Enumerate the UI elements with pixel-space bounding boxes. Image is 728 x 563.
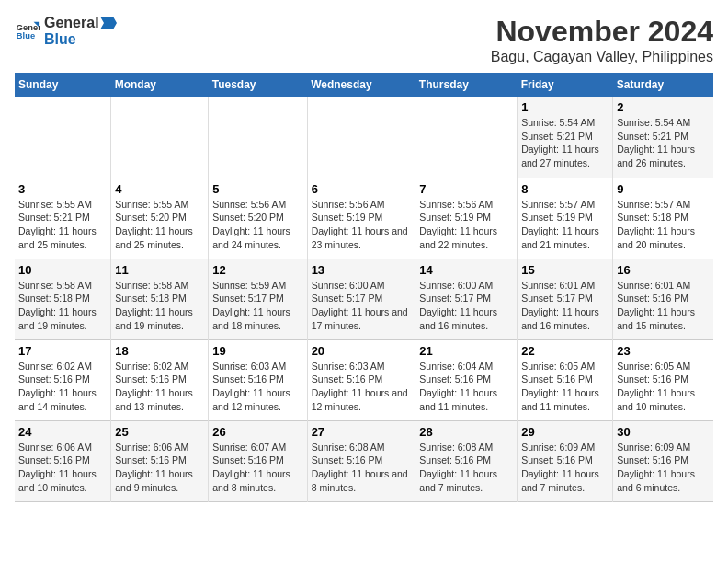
day-number: 16 [617,263,710,277]
svg-marker-3 [100,17,117,29]
table-row: 15Sunrise: 6:01 AMSunset: 5:17 PMDayligh… [518,259,613,339]
day-info: Sunrise: 5:56 AMSunset: 5:20 PMDaylight:… [212,198,302,252]
table-row: 14Sunrise: 6:00 AMSunset: 5:17 PMDayligh… [415,259,518,339]
day-number: 11 [115,263,204,277]
day-number: 9 [617,182,710,196]
table-row [15,97,111,178]
col-saturday: Saturday [613,73,713,97]
day-number: 17 [18,344,107,358]
day-info: Sunrise: 6:03 AMSunset: 5:16 PMDaylight:… [212,360,302,414]
day-number: 27 [312,425,412,439]
day-number: 24 [18,425,107,439]
day-number: 28 [419,425,513,439]
logo-icon: General Blue [15,18,40,44]
table-row: 2Sunrise: 5:54 AMSunset: 5:21 PMDaylight… [613,97,713,178]
day-info: Sunrise: 5:59 AMSunset: 5:17 PMDaylight:… [212,279,302,333]
table-row: 13Sunrise: 6:00 AMSunset: 5:17 PMDayligh… [307,259,415,339]
day-info: Sunrise: 5:55 AMSunset: 5:21 PMDaylight:… [18,198,107,252]
day-number: 5 [212,182,302,196]
calendar-week-row: 17Sunrise: 6:02 AMSunset: 5:16 PMDayligh… [15,339,713,420]
col-thursday: Thursday [415,73,518,97]
calendar-week-row: 24Sunrise: 6:06 AMSunset: 5:16 PMDayligh… [15,420,713,501]
day-number: 8 [521,182,609,196]
day-info: Sunrise: 5:54 AMSunset: 5:21 PMDaylight:… [617,116,710,170]
day-info: Sunrise: 6:02 AMSunset: 5:16 PMDaylight:… [115,360,204,414]
day-info: Sunrise: 5:56 AMSunset: 5:19 PMDaylight:… [312,198,412,252]
svg-text:Blue: Blue [17,31,35,40]
day-info: Sunrise: 6:07 AMSunset: 5:16 PMDaylight:… [212,441,302,495]
table-row: 26Sunrise: 6:07 AMSunset: 5:16 PMDayligh… [209,420,307,501]
table-row: 28Sunrise: 6:08 AMSunset: 5:16 PMDayligh… [415,420,518,501]
day-number: 23 [617,344,710,358]
day-number: 12 [212,263,302,277]
logo-blue-text: Blue [44,31,76,47]
calendar-header-row: Sunday Monday Tuesday Wednesday Thursday… [15,73,713,97]
day-info: Sunrise: 5:55 AMSunset: 5:20 PMDaylight:… [115,198,204,252]
day-number: 4 [115,182,204,196]
table-row: 24Sunrise: 6:06 AMSunset: 5:16 PMDayligh… [15,420,111,501]
day-number: 1 [521,100,609,114]
day-info: Sunrise: 6:09 AMSunset: 5:16 PMDaylight:… [521,441,609,495]
day-number: 14 [419,263,513,277]
logo-general-text: General [44,15,99,31]
day-number: 26 [212,425,302,439]
title-area: November 2024 Bagu, Cagayan Valley, Phil… [491,15,713,65]
day-info: Sunrise: 5:58 AMSunset: 5:18 PMDaylight:… [18,279,107,333]
day-info: Sunrise: 6:01 AMSunset: 5:16 PMDaylight:… [617,279,710,333]
day-number: 25 [115,425,204,439]
day-number: 7 [419,182,513,196]
table-row: 5Sunrise: 5:56 AMSunset: 5:20 PMDaylight… [209,178,307,259]
day-number: 10 [18,263,107,277]
table-row: 7Sunrise: 5:56 AMSunset: 5:19 PMDaylight… [415,178,518,259]
day-info: Sunrise: 6:01 AMSunset: 5:17 PMDaylight:… [521,279,609,333]
table-row: 10Sunrise: 5:58 AMSunset: 5:18 PMDayligh… [15,259,111,339]
day-info: Sunrise: 6:00 AMSunset: 5:17 PMDaylight:… [312,279,412,333]
day-info: Sunrise: 6:08 AMSunset: 5:16 PMDaylight:… [312,441,412,495]
table-row: 25Sunrise: 6:06 AMSunset: 5:16 PMDayligh… [111,420,209,501]
table-row: 17Sunrise: 6:02 AMSunset: 5:16 PMDayligh… [15,339,111,420]
day-info: Sunrise: 5:57 AMSunset: 5:19 PMDaylight:… [521,198,609,252]
table-row [415,97,518,178]
table-row: 3Sunrise: 5:55 AMSunset: 5:21 PMDaylight… [15,178,111,259]
calendar-week-row: 10Sunrise: 5:58 AMSunset: 5:18 PMDayligh… [15,259,713,339]
table-row: 11Sunrise: 5:58 AMSunset: 5:18 PMDayligh… [111,259,209,339]
day-info: Sunrise: 6:09 AMSunset: 5:16 PMDaylight:… [617,441,710,495]
table-row [307,97,415,178]
table-row [111,97,209,178]
day-info: Sunrise: 6:06 AMSunset: 5:16 PMDaylight:… [115,441,204,495]
day-number: 29 [521,425,609,439]
table-row: 9Sunrise: 5:57 AMSunset: 5:18 PMDaylight… [613,178,713,259]
table-row: 12Sunrise: 5:59 AMSunset: 5:17 PMDayligh… [209,259,307,339]
day-info: Sunrise: 6:06 AMSunset: 5:16 PMDaylight:… [18,441,107,495]
col-sunday: Sunday [15,73,111,97]
col-tuesday: Tuesday [209,73,307,97]
table-row: 4Sunrise: 5:55 AMSunset: 5:20 PMDaylight… [111,178,209,259]
day-number: 30 [617,425,710,439]
col-wednesday: Wednesday [307,73,415,97]
table-row: 8Sunrise: 5:57 AMSunset: 5:19 PMDaylight… [518,178,613,259]
day-number: 6 [312,182,412,196]
day-info: Sunrise: 6:08 AMSunset: 5:16 PMDaylight:… [419,441,513,495]
day-number: 15 [521,263,609,277]
day-number: 22 [521,344,609,358]
day-info: Sunrise: 6:04 AMSunset: 5:16 PMDaylight:… [419,360,513,414]
day-info: Sunrise: 6:05 AMSunset: 5:16 PMDaylight:… [617,360,710,414]
table-row: 21Sunrise: 6:04 AMSunset: 5:16 PMDayligh… [415,339,518,420]
day-info: Sunrise: 6:05 AMSunset: 5:16 PMDaylight:… [521,360,609,414]
day-number: 20 [312,344,412,358]
page-title: November 2024 [491,15,713,49]
table-row: 1Sunrise: 5:54 AMSunset: 5:21 PMDaylight… [518,97,613,178]
day-info: Sunrise: 6:02 AMSunset: 5:16 PMDaylight:… [18,360,107,414]
day-info: Sunrise: 5:58 AMSunset: 5:18 PMDaylight:… [115,279,204,333]
day-info: Sunrise: 6:03 AMSunset: 5:16 PMDaylight:… [312,360,412,414]
table-row: 20Sunrise: 6:03 AMSunset: 5:16 PMDayligh… [307,339,415,420]
table-row: 19Sunrise: 6:03 AMSunset: 5:16 PMDayligh… [209,339,307,420]
col-monday: Monday [111,73,209,97]
day-number: 18 [115,344,204,358]
day-info: Sunrise: 5:56 AMSunset: 5:19 PMDaylight:… [419,198,513,252]
table-row: 18Sunrise: 6:02 AMSunset: 5:16 PMDayligh… [111,339,209,420]
calendar-week-row: 3Sunrise: 5:55 AMSunset: 5:21 PMDaylight… [15,178,713,259]
day-number: 19 [212,344,302,358]
table-row: 27Sunrise: 6:08 AMSunset: 5:16 PMDayligh… [307,420,415,501]
day-info: Sunrise: 5:54 AMSunset: 5:21 PMDaylight:… [521,116,609,170]
